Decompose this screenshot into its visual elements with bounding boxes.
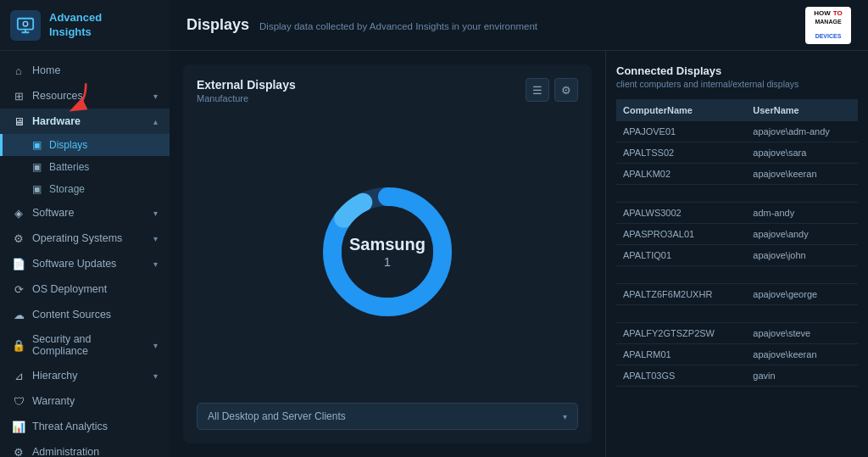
batteries-icon: ▣ <box>31 161 42 173</box>
page-title: Displays <box>186 16 249 34</box>
table-row: APAJOVE01apajove\adm-andy <box>616 121 858 142</box>
admin-icon: ⚙ <box>12 445 25 457</box>
sidebar-item-storage[interactable]: ▣ Storage <box>0 178 170 200</box>
chevron-down-icon: ▾ <box>153 234 158 243</box>
sidebar-item-security[interactable]: 🔒 Security and Compliance ▾ <box>0 327 170 363</box>
sidebar-item-label: Administration <box>32 446 99 457</box>
sw-updates-icon: 📄 <box>12 257 25 270</box>
donut-brand: Samsung <box>349 235 426 254</box>
card-subtitle: Manufacture <box>197 93 296 103</box>
warranty-icon: 🛡 <box>12 394 25 408</box>
computer-name-cell: APAJOVE01 <box>616 121 746 142</box>
table-row: APALKM02apajove\keeran <box>616 164 858 185</box>
os-deploy-icon: ⟳ <box>12 282 25 296</box>
computer-name-cell: APALTZ6F6M2UXHR <box>616 284 746 305</box>
donut-chart: Samsung 1 <box>311 176 464 328</box>
user-name-cell: apajove\george <box>746 284 858 305</box>
badge-to: TO <box>833 9 843 17</box>
hierarchy-icon: ⊿ <box>12 369 25 382</box>
computer-name-cell: APALFY2GTSZP2SW <box>616 323 746 344</box>
home-icon: ⌂ <box>12 64 25 77</box>
sidebar-item-displays[interactable]: ▣ Displays <box>0 134 170 156</box>
donut-label: Samsung 1 <box>349 235 426 269</box>
svg-rect-0 <box>18 18 33 29</box>
user-name-cell: apajove\john <box>746 245 858 266</box>
sidebar-item-home[interactable]: ⌂ Home <box>0 58 170 83</box>
computer-name-cell: APASPRO3AL01 <box>616 224 746 245</box>
howto-badge: HOW TO MANAGE DEVICES <box>805 7 851 44</box>
sidebar-item-resources[interactable]: ⊞ Resources ▾ <box>0 83 170 109</box>
app-title: Advanced Insights <box>49 11 102 40</box>
dropdown-arrow-icon: ▾ <box>563 412 567 421</box>
computer-name-cell: APALT03GS <box>616 365 746 387</box>
page-subtitle: Display data collected by Advanced Insig… <box>259 21 537 31</box>
main-content: Displays Display data collected by Advan… <box>170 0 868 457</box>
displays-icon: ▣ <box>31 139 42 151</box>
badge-manage: MANAGE <box>815 19 841 25</box>
sidebar-item-warranty[interactable]: 🛡 Warranty <box>0 388 170 414</box>
table-row: APALTSS02apajove\sara <box>616 142 858 164</box>
sidebar-item-content-sources[interactable]: ☁ Content Sources <box>0 302 170 327</box>
topbar: Displays Display data collected by Advan… <box>170 0 868 51</box>
donut-count: 1 <box>349 254 426 269</box>
sidebar-item-administration[interactable]: ⚙ Administration <box>0 439 170 457</box>
sidebar-item-label: Security and Compliance <box>32 333 147 357</box>
sidebar-item-os-deployment[interactable]: ⟳ OS Deployment <box>0 276 170 302</box>
dropdown-row: All Desktop and Server Clients ▾ <box>197 403 578 430</box>
left-panel: External Displays Manufacture ☰ ⚙ <box>170 51 605 457</box>
dropdown-label: All Desktop and Server Clients <box>208 410 346 422</box>
computer-name-cell: APALTIQ01 <box>616 245 746 266</box>
sidebar-item-label: Software <box>32 207 74 219</box>
card-title: External Displays <box>197 78 296 92</box>
sidebar-item-hierarchy[interactable]: ⊿ Hierarchy ▾ <box>0 363 170 388</box>
table-row: APALFY2GTSZP2SWapajove\steve <box>616 323 858 344</box>
sidebar-item-label: Content Sources <box>32 309 111 320</box>
sidebar-item-label: Home <box>32 64 60 76</box>
sidebar-item-software-updates[interactable]: 📄 Software Updates ▾ <box>0 251 170 276</box>
storage-icon: ▣ <box>31 183 42 195</box>
chevron-down-icon: ▾ <box>153 371 158 381</box>
sidebar-item-threat-analytics[interactable]: 📊 Threat Analytics <box>0 414 170 439</box>
connected-displays-table-container[interactable]: ComputerName UserName APAJOVE01apajove\a… <box>616 99 858 443</box>
content-icon: ☁ <box>12 308 25 321</box>
sidebar-item-label: Storage <box>49 183 85 195</box>
list-icon: ☰ <box>532 84 542 97</box>
badge-how: HOW <box>814 9 831 17</box>
sidebar-item-label: Warranty <box>32 395 75 407</box>
right-panel: Connected Displays client computers and … <box>605 51 868 457</box>
connected-displays-subtitle: client computers and internal/external d… <box>616 79 858 89</box>
app-logo-icon <box>10 10 41 41</box>
sidebar-item-software[interactable]: ◈ Software ▾ <box>0 200 170 226</box>
user-name-cell: apajove\andy <box>746 224 858 245</box>
table-row: APALTZ6F6M2UXHRapajove\george <box>616 284 858 305</box>
computer-name-cell: APALRM01 <box>616 344 746 365</box>
sidebar-item-label: Operating Systems <box>32 232 122 244</box>
os-icon: ⚙ <box>12 231 25 245</box>
sidebar-item-batteries[interactable]: ▣ Batteries <box>0 156 170 178</box>
chart-area: Samsung 1 <box>197 107 578 396</box>
sidebar: Advanced Insights ⌂ Home ⊞ Resources ▾ 🖥… <box>0 0 170 457</box>
sidebar-item-label: Threat Analytics <box>32 421 108 432</box>
threat-icon: 📊 <box>12 420 25 433</box>
settings-button[interactable]: ⚙ <box>554 78 578 102</box>
computer-name-cell: APALTSS02 <box>616 142 746 164</box>
connected-displays-table: ComputerName UserName APAJOVE01apajove\a… <box>616 99 858 387</box>
table-row: APALTIQ01apajove\john <box>616 245 858 266</box>
sidebar-item-hardware[interactable]: 🖥 Hardware ▴ <box>0 109 170 134</box>
computer-name-cell: APALWS3002 <box>616 203 746 224</box>
user-name-cell: apajove\steve <box>746 323 858 344</box>
chevron-up-icon: ▴ <box>153 117 158 126</box>
sidebar-item-label: Resources <box>32 90 83 102</box>
chevron-down-icon: ▾ <box>153 341 158 350</box>
connected-displays-title: Connected Displays <box>616 64 858 77</box>
sidebar-nav: ⌂ Home ⊞ Resources ▾ 🖥 Hardware ▴ ▣ Disp… <box>0 51 170 457</box>
resources-icon: ⊞ <box>12 89 25 103</box>
sidebar-item-operating-systems[interactable]: ⚙ Operating Systems ▾ <box>0 226 170 251</box>
list-view-button[interactable]: ☰ <box>526 78 549 102</box>
user-name-cell: apajove\adm-andy <box>746 121 858 142</box>
sidebar-item-label: Hardware <box>32 115 81 127</box>
sidebar-header: Advanced Insights <box>0 0 170 51</box>
topbar-right: HOW TO MANAGE DEVICES <box>805 7 851 44</box>
user-name-cell: adm-andy <box>746 203 858 224</box>
client-filter-dropdown[interactable]: All Desktop and Server Clients ▾ <box>197 403 578 430</box>
